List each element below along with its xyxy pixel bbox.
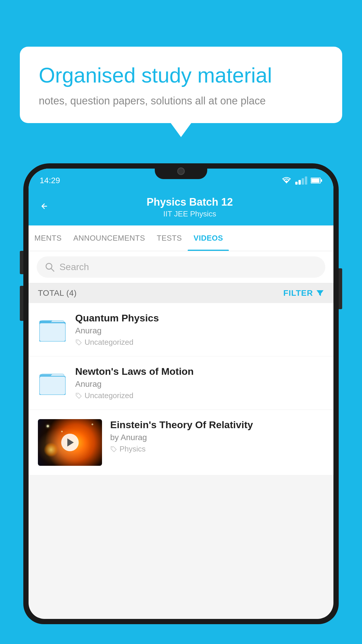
search-container: Search xyxy=(29,251,333,283)
side-button-left xyxy=(20,251,23,274)
svg-rect-2 xyxy=(321,179,322,182)
video-info: Einstein's Theory Of Relativity by Anura… xyxy=(110,419,324,454)
search-icon xyxy=(45,262,55,272)
filter-bar: TOTAL (4) FILTER xyxy=(29,283,333,303)
total-count: TOTAL (4) xyxy=(38,288,77,298)
speech-bubble-container: Organised study material notes, question… xyxy=(20,47,342,123)
header-title-group: Physics Batch 12 IIT JEE Physics xyxy=(57,196,322,218)
search-placeholder: Search xyxy=(59,262,89,272)
video-tag: Uncategorized xyxy=(75,338,324,347)
list-item[interactable]: Einstein's Theory Of Relativity by Anura… xyxy=(29,410,333,475)
video-list: Quantum Physics Anurag Uncategorized xyxy=(29,303,333,475)
app-header: Physics Batch 12 IIT JEE Physics xyxy=(29,190,333,225)
batch-subtitle: IIT JEE Physics xyxy=(57,209,322,218)
tab-announcements[interactable]: ANNOUNCEMENTS xyxy=(68,225,151,251)
video-author: Anurag xyxy=(75,326,324,335)
battery-icon xyxy=(311,177,322,184)
tab-tests[interactable]: TESTS xyxy=(151,225,188,251)
svg-line-4 xyxy=(51,268,54,271)
filter-button[interactable]: FILTER xyxy=(283,288,324,298)
phone-screen: 14:29 xyxy=(29,169,333,619)
video-author: Anurag xyxy=(75,379,324,389)
side-button-right xyxy=(339,268,342,309)
folder-icon-container xyxy=(38,368,67,398)
video-thumbnail xyxy=(38,419,102,466)
tabs-bar: MENTS ANNOUNCEMENTS TESTS VIDEOS xyxy=(29,225,333,251)
tag-icon xyxy=(75,339,82,346)
video-info: Quantum Physics Anurag Uncategorized xyxy=(75,312,324,347)
play-triangle-icon xyxy=(67,438,74,447)
video-author: by Anurag xyxy=(110,433,324,442)
phone-camera xyxy=(177,167,185,175)
tag-label: Physics xyxy=(120,444,146,454)
svg-point-14 xyxy=(112,447,113,448)
signal-bars-icon xyxy=(295,176,307,185)
filter-funnel-icon xyxy=(316,289,324,297)
batch-title: Physics Batch 12 xyxy=(57,196,322,208)
folder-icon-container xyxy=(38,315,67,344)
svg-rect-12 xyxy=(39,376,66,395)
list-item[interactable]: Newton's Laws of Motion Anurag Uncategor… xyxy=(29,356,333,410)
play-button[interactable] xyxy=(61,434,79,451)
video-info: Newton's Laws of Motion Anurag Uncategor… xyxy=(75,366,324,400)
search-bar[interactable]: Search xyxy=(37,256,325,278)
svg-rect-9 xyxy=(39,323,66,342)
status-time: 14:29 xyxy=(40,176,60,185)
bubble-title: Organised study material xyxy=(39,63,323,88)
video-title: Einstein's Theory Of Relativity xyxy=(110,419,324,430)
svg-point-13 xyxy=(77,394,78,395)
wifi-icon xyxy=(281,176,292,185)
side-button-left2 xyxy=(20,286,23,321)
svg-rect-1 xyxy=(311,178,319,183)
video-tag: Uncategorized xyxy=(75,391,324,400)
speech-bubble: Organised study material notes, question… xyxy=(20,47,342,123)
list-item[interactable]: Quantum Physics Anurag Uncategorized xyxy=(29,303,333,356)
tag-icon xyxy=(110,446,117,453)
video-title: Newton's Laws of Motion xyxy=(75,366,324,377)
bubble-subtitle: notes, question papers, solutions all at… xyxy=(39,95,323,107)
status-icons xyxy=(281,176,322,185)
phone-outer: 14:29 xyxy=(23,163,339,624)
tag-icon xyxy=(75,392,82,399)
folder-icon xyxy=(39,371,66,395)
tab-ments[interactable]: MENTS xyxy=(29,225,68,251)
filter-label: FILTER xyxy=(283,288,313,298)
svg-point-10 xyxy=(77,340,78,341)
video-tag: Physics xyxy=(110,444,324,454)
folder-icon xyxy=(39,318,66,342)
back-button[interactable] xyxy=(40,201,49,214)
phone-wrapper: 14:29 xyxy=(23,163,339,644)
tab-videos[interactable]: VIDEOS xyxy=(188,225,229,251)
tag-label: Uncategorized xyxy=(85,391,133,400)
video-title: Quantum Physics xyxy=(75,312,324,324)
tag-label: Uncategorized xyxy=(85,338,133,347)
phone-notch xyxy=(155,163,207,179)
